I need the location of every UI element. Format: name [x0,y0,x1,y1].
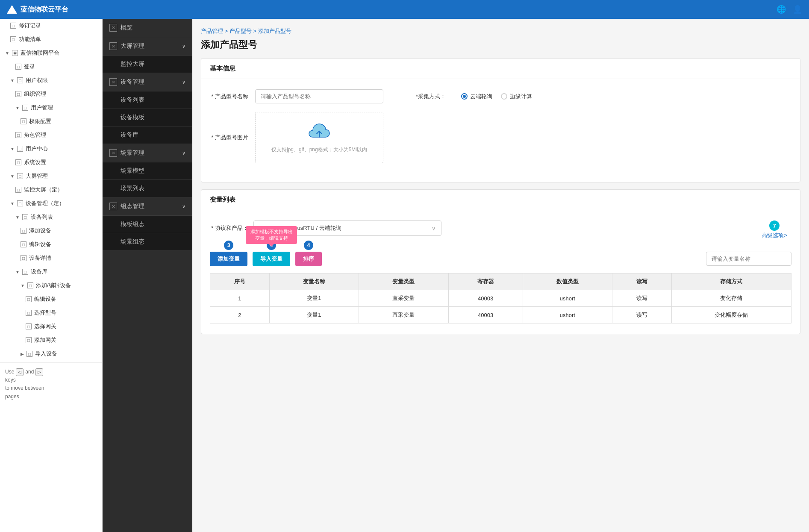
cell-storage-1: 变化存储 [671,290,791,307]
sidebar-item-edit-device2[interactable]: □ 编辑设备 [0,292,102,306]
arrow-icon: ▼ [10,78,15,83]
nav-item-bigscreen[interactable]: ✕ 大屏管理 ∨ [103,37,192,56]
var-controls: 3 添加变量 添加模板不支持导出变量，编辑支持 4 导入变量 4 排序 [210,252,791,266]
sidebar-item-add-gateway[interactable]: □ 添加网关 [0,333,102,347]
breadcrumb: 产品管理 > 产品型号 > 添加产品型号 [201,27,800,35]
radio-edge-compute-label: 边缘计算 [510,93,532,100]
add-variable-button[interactable]: 添加变量 [210,252,247,266]
logo-triangle-icon [7,5,17,14]
nav-sub-device-lib[interactable]: 设备库 [103,126,192,144]
header-right: 🌐 👤 [777,5,802,14]
sidebar-item-permission[interactable]: □ 权限配置 [0,115,102,128]
doc-icon: □ [17,77,23,83]
nav-sub-device-template[interactable]: 设备模板 [103,109,192,126]
doc-icon: □ [22,105,28,111]
doc-icon: □ [22,214,28,220]
arrow-icon: ▼ [10,174,15,179]
nav-sub-scene-list[interactable]: 场景列表 [103,180,192,197]
breadcrumb-product-model[interactable]: 产品型号 [229,28,252,34]
arrow-icon: ▼ [15,215,20,220]
col-data-type: 数值类型 [523,273,612,290]
cell-type-2: 直采变量 [359,307,448,323]
col-type: 变量类型 [359,273,448,290]
sidebar-item-import-device[interactable]: ▶ □ 导入设备 [0,347,102,361]
nav-item-overview[interactable]: ✕ 概览 [103,19,192,37]
sidebar-bottom-hint: Use ◁ and ▷ keys to move between pages [0,362,102,406]
nav-item-scene-mgmt[interactable]: ✕ 场景管理 ∨ [103,144,192,162]
variable-table: 序号 变量名称 变量类型 寄存器 数值类型 读写 存储方式 1 变量1 [210,273,791,323]
doc-icon: □ [15,187,21,193]
table-row: 2 变量1 直采变量 40003 ushort 读写 变化幅度存储 [210,307,791,323]
hint-keys-text: keys [5,376,97,384]
nav-sub-template-config[interactable]: 模板组态 [103,216,192,233]
sidebar-item-monitor-bigscreen[interactable]: □ 监控大屏（定） [0,183,102,197]
product-name-input[interactable] [255,89,383,103]
sidebar-item-org[interactable]: □ 组织管理 [0,87,102,101]
sort-badge: 4 [304,241,313,250]
doc-icon: □ [26,351,32,357]
sidebar-item-revision[interactable]: □ 修订记录 [0,19,102,32]
breadcrumb-product-mgmt[interactable]: 产品管理 [201,28,223,34]
nav-item-device-mgmt[interactable]: ✕ 设备管理 ∨ [103,73,192,91]
bigscreen-icon: ✕ [109,42,117,50]
import-variable-wrapper: 添加模板不支持导出变量，编辑支持 4 导入变量 [253,252,290,266]
doc-icon: □ [15,159,21,165]
import-variable-button[interactable]: 导入变量 [253,252,290,266]
sidebar-item-user-mgmt[interactable]: ▼ □ 用户管理 [0,101,102,115]
product-image-upload[interactable]: 仅支持jpg、gif、png格式；大小为5Ml以内 [255,112,383,163]
sidebar-item-login[interactable]: □ 登录 [0,60,102,73]
sidebar-item-role[interactable]: □ 角色管理 [0,128,102,142]
sidebar-item-system-settings[interactable]: □ 系统设置 [0,156,102,169]
doc-icon: □ [26,337,32,343]
sidebar-item-bigscreen-mgmt[interactable]: ▼ □ 大屏管理 [0,169,102,183]
sidebar-item-select-model[interactable]: □ 选择型号 [0,306,102,320]
doc-icon: □ [21,228,26,234]
doc-icon: □ [17,173,23,179]
main-layout: □ 修订记录 □ 功能清单 ▼ ✱ 蓝信物联网平台 □ 登录 ▼ □ 用户权限 … [0,19,809,532]
doc-icon: □ [27,282,33,288]
globe-icon[interactable]: 🌐 [777,5,786,14]
chevron-down-icon: ∨ [432,225,436,232]
doc-icon: □ [21,118,26,124]
advanced-badge: 7 [769,220,780,231]
logo-title: 蓝信物联云平台 [21,5,68,14]
breadcrumb-current: 添加产品型号 [258,28,291,34]
import-tooltip: 添加模板不支持导出变量，编辑支持 [246,226,297,244]
sidebar-item-device-lib[interactable]: ▼ □ 设备库 [0,265,102,279]
upload-hint: 仅支持jpg、gif、png格式；大小为5Ml以内 [271,146,367,153]
variable-list-body: * 协议和产品： Modbus / ModbusRTU / 云端轮询 ∨ 请选择… [201,210,800,334]
radio-cloud-poll[interactable]: 云端轮询 [461,93,492,100]
chevron-down-icon: ∨ [182,79,185,85]
sidebar-item-edit-device[interactable]: □ 编辑设备 [0,238,102,251]
cell-register-1: 40003 [448,290,523,307]
sidebar-item-select-gateway[interactable]: □ 选择网关 [0,320,102,333]
sidebar-item-add-device[interactable]: □ 添加设备 [0,224,102,238]
doc-icon: □ [17,200,23,206]
sidebar-item-user-auth[interactable]: ▼ □ 用户权限 [0,73,102,87]
radio-cloud-poll-label: 云端轮询 [470,93,492,100]
col-seq: 序号 [210,273,270,290]
product-name-row: * 产品型号名称 *采集方式： 云端轮询 边缘计算 [210,89,791,103]
user-icon[interactable]: 👤 [793,5,802,14]
nav-sub-scene-config[interactable]: 场景组态 [103,233,192,251]
nav-item-config-mgmt[interactable]: ✕ 组态管理 ∨ [103,197,192,216]
sidebar-item-user-center[interactable]: ▼ □ 用户中心 [0,142,102,156]
hint-and-text: and [25,368,34,376]
radio-edge-compute[interactable]: 边缘计算 [501,93,532,100]
nav-sub-scene-model[interactable]: 场景模型 [103,162,192,180]
sidebar-item-device-mgmt[interactable]: ▼ □ 设备管理（定） [0,197,102,210]
arrow-icon: ▼ [15,106,20,110]
nav-sub-device-list[interactable]: 设备列表 [103,91,192,109]
sort-button[interactable]: 排序 [295,252,322,266]
variable-search-input[interactable] [706,252,791,266]
sidebar-item-platform[interactable]: ▼ ✱ 蓝信物联网平台 [0,46,102,60]
table-row: 1 变量1 直采变量 40003 ushort 读写 变化存储 [210,290,791,307]
advanced-options-link[interactable]: 高级选项> [762,232,787,239]
sidebar-item-device-list[interactable]: ▼ □ 设备列表 [0,210,102,224]
sidebar-item-add-edit-device[interactable]: ▼ □ 添加/编辑设备 [0,279,102,292]
sidebar-item-features[interactable]: □ 功能清单 [0,32,102,46]
cell-seq-1: 1 [210,290,270,307]
basic-info-card: 基本信息 * 产品型号名称 *采集方式： 云端轮询 边缘计算 [201,58,800,182]
nav-sub-monitor-bigscreen[interactable]: 监控大屏 [103,56,192,73]
sidebar-item-device-detail[interactable]: □ 设备详情 [0,251,102,265]
